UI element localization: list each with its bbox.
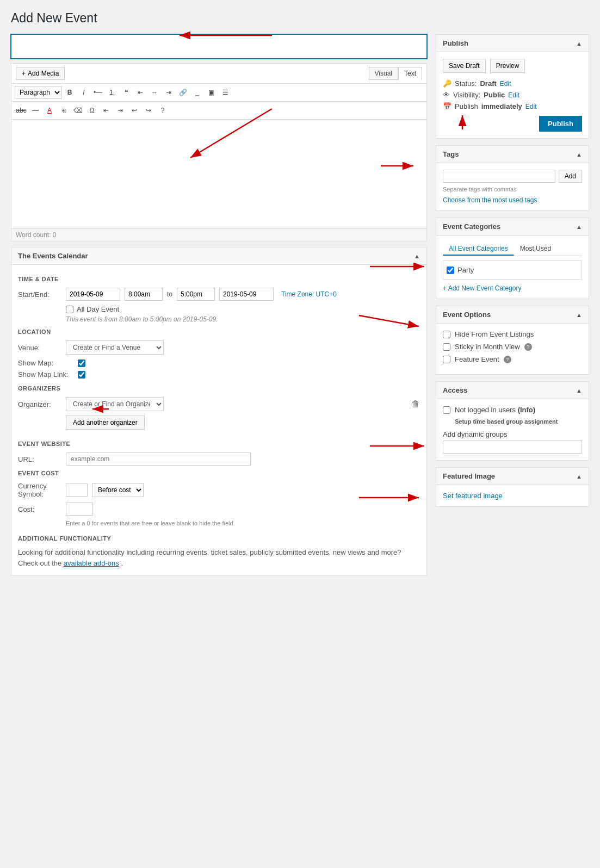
editor-content[interactable] (11, 120, 426, 228)
not-logged-in-checkbox[interactable] (443, 406, 450, 414)
feature-event-checkbox[interactable] (443, 356, 450, 363)
organizer-label: Organizer: (18, 400, 61, 408)
more-button[interactable]: ⎯ (190, 86, 203, 99)
before-cost-select[interactable]: Before cost (92, 483, 144, 497)
event-options-collapse-icon: ▲ (576, 312, 582, 318)
fullscreen-button[interactable]: ▣ (205, 86, 218, 99)
event-options-header[interactable]: Event Options ▲ (436, 306, 589, 324)
end-time-input[interactable] (177, 288, 215, 301)
save-draft-button[interactable]: Save Draft (443, 59, 486, 73)
currency-input[interactable] (66, 483, 88, 497)
end-date-input[interactable] (219, 288, 274, 301)
align-center-button[interactable]: ↔ (148, 86, 161, 99)
available-addons-link[interactable]: available add-ons (64, 559, 119, 567)
event-time-note: This event is from 8:00am to 5:00pm on 2… (66, 315, 420, 323)
set-featured-image-link[interactable]: Set featured image (443, 492, 503, 500)
category-party-label: Party (457, 266, 474, 274)
add-media-button[interactable]: + Add Media (16, 67, 65, 80)
visibility-row: 👁 Visibility: Public Edit (443, 91, 582, 99)
tag-input-row: Add (443, 170, 582, 183)
publish-box-header[interactable]: Publish ▲ (436, 35, 589, 52)
dynamic-groups-label: Add dynamic groups (443, 430, 582, 438)
venue-select[interactable]: Create or Find a Venue (66, 340, 164, 355)
events-calendar-header[interactable]: The Events Calendar ▲ (11, 247, 426, 265)
unordered-list-button[interactable]: •— (91, 86, 104, 99)
category-list: Party (443, 261, 582, 280)
publish-meta: 🔑 Status: Draft Edit 👁 Visibility: Publi… (443, 79, 582, 110)
blockquote-button[interactable]: ❝ (120, 86, 133, 99)
start-date-input[interactable] (66, 288, 120, 301)
all-day-checkbox[interactable] (66, 306, 73, 313)
special-chars-button[interactable]: Ω (85, 104, 98, 117)
paragraph-select[interactable]: Paragraph (15, 86, 62, 99)
publish-box-title: Publish (443, 39, 468, 47)
sticky-month-view-checkbox[interactable] (443, 343, 450, 351)
most-used-tab[interactable]: Most Used (514, 242, 557, 256)
category-party: Party (447, 264, 578, 276)
start-end-label: Start/End: (18, 290, 61, 299)
additional-section: ADDITIONAL FUNCTIONALITY (18, 535, 420, 542)
page-title: Add New Event (11, 11, 589, 26)
all-day-row: All Day Event (66, 305, 420, 313)
show-map-link-checkbox[interactable] (78, 371, 85, 379)
all-categories-tab[interactable]: All Event Categories (443, 242, 514, 256)
strikethrough-button[interactable]: abc (15, 104, 28, 117)
category-party-checkbox[interactable] (447, 266, 454, 274)
text-tab[interactable]: Text (398, 67, 422, 80)
timezone-link[interactable]: Time Zone: UTC+0 (281, 290, 337, 298)
publish-collapse-icon: ▲ (576, 40, 582, 47)
add-tag-button[interactable]: Add (559, 170, 582, 183)
featured-image-box: Featured Image ▲ Set featured image (436, 467, 589, 507)
publish-button[interactable]: Publish (539, 116, 582, 132)
access-collapse-icon: ▲ (576, 387, 582, 394)
paste-text-button[interactable]: ⎗ (57, 104, 70, 117)
publish-actions: Save Draft Preview (443, 59, 582, 73)
italic-button[interactable]: I (77, 86, 90, 99)
tags-box-title: Tags (443, 150, 459, 158)
ordered-list-button[interactable]: 1. (106, 86, 119, 99)
visual-tab[interactable]: Visual (369, 67, 398, 80)
event-categories-header[interactable]: Event Categories ▲ (436, 218, 589, 235)
indent-button[interactable]: ⇥ (114, 104, 127, 117)
add-organizer-button[interactable]: Add another organizer (66, 416, 145, 430)
start-end-row: Start/End: to Time Zone: UTC+0 (18, 288, 420, 301)
access-box-header[interactable]: Access ▲ (436, 382, 589, 399)
delete-organizer-icon[interactable]: 🗑 (411, 399, 420, 409)
events-calendar-body: TIME & DATE Start/End: to Time Zone: UTC… (11, 265, 426, 575)
preview-button[interactable]: Preview (490, 59, 525, 73)
currency-controls: Before cost (66, 483, 144, 497)
text-color-button[interactable]: A (43, 104, 56, 117)
undo-button[interactable]: ↩ (128, 104, 141, 117)
publish-time-edit-link[interactable]: Edit (525, 103, 537, 110)
link-button[interactable]: 🔗 (176, 86, 189, 99)
cost-input[interactable] (66, 503, 93, 516)
show-map-link-row: Show Map Link: (18, 370, 420, 379)
additional-note: Looking for additional functionality inc… (18, 547, 420, 568)
dynamic-groups-input[interactable] (443, 441, 582, 454)
organizer-select[interactable]: Create or Find an Organizer (66, 397, 164, 411)
tags-box-header[interactable]: Tags ▲ (436, 146, 589, 163)
hr-button[interactable]: — (29, 104, 42, 117)
event-options-body: Hide From Event Listings Sticky in Month… (436, 324, 589, 374)
featured-image-header[interactable]: Featured Image ▲ (436, 468, 589, 485)
bold-button[interactable]: B (63, 86, 76, 99)
clear-format-button[interactable]: ⌫ (71, 104, 84, 117)
status-value: Draft (480, 79, 496, 88)
redo-button[interactable]: ↪ (142, 104, 155, 117)
align-right-button[interactable]: ⇥ (162, 86, 175, 99)
show-map-checkbox[interactable] (78, 359, 85, 367)
outdent-button[interactable]: ⇤ (100, 104, 113, 117)
most-used-tags-link[interactable]: Choose from the most used tags (443, 196, 537, 204)
help-button[interactable]: ? (156, 104, 169, 117)
add-new-category-link[interactable]: + Add New Event Category (443, 284, 521, 292)
start-time-input[interactable] (125, 288, 163, 301)
url-input[interactable] (66, 452, 251, 466)
align-left-button[interactable]: ⇤ (134, 86, 147, 99)
status-edit-link[interactable]: Edit (500, 80, 511, 88)
visibility-edit-link[interactable]: Edit (508, 91, 519, 99)
tag-input[interactable] (443, 170, 555, 183)
location-section: LOCATION (18, 328, 420, 335)
hide-from-listings-checkbox[interactable] (443, 331, 450, 338)
toolbar-toggle-button[interactable]: ☰ (219, 86, 232, 99)
event-title-input[interactable] (11, 34, 427, 59)
